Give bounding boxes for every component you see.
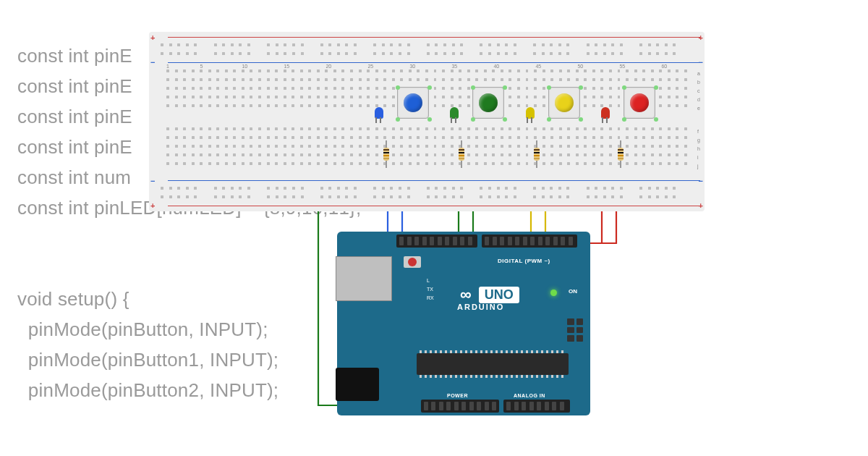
barrel-jack bbox=[336, 368, 379, 401]
resistor bbox=[618, 140, 624, 168]
breadboard-lower-field bbox=[166, 127, 687, 171]
arduino-logo: ∞ UNO bbox=[460, 285, 519, 304]
usb-port bbox=[336, 256, 392, 301]
power-on-led bbox=[550, 290, 557, 296]
digital-header-right bbox=[482, 235, 577, 248]
blue-led bbox=[375, 107, 383, 119]
breadboard: + − + − − + − + 151015202530354045505560… bbox=[149, 32, 705, 211]
green-led bbox=[450, 107, 459, 119]
red-led bbox=[601, 107, 610, 119]
power-header bbox=[421, 400, 499, 413]
yellow-led bbox=[526, 107, 535, 119]
yellow-button[interactable] bbox=[548, 87, 580, 119]
digital-section-label: DIGITAL (PWM ~) bbox=[498, 258, 550, 264]
digital-header-left bbox=[396, 235, 477, 248]
power-section-label: POWER bbox=[447, 393, 468, 398]
green-button[interactable] bbox=[472, 87, 504, 119]
analog-section-label: ANALOG IN bbox=[514, 393, 545, 398]
red-button[interactable] bbox=[624, 87, 655, 119]
breadboard-power-rail-top: + − + − bbox=[161, 39, 693, 61]
arduino-uno-board: AREF GND 13 12 ~11 ~10 ~9 8 7 ~6 ~5 4 ~3… bbox=[337, 232, 590, 415]
infinity-icon: ∞ bbox=[460, 285, 472, 304]
model-badge: UNO bbox=[479, 287, 519, 303]
blue-button[interactable] bbox=[397, 87, 429, 119]
resistor bbox=[534, 140, 540, 168]
resistor bbox=[383, 140, 389, 168]
analog-header bbox=[503, 400, 570, 413]
reset-button[interactable] bbox=[404, 256, 421, 268]
power-on-label: ON bbox=[569, 288, 577, 295]
breadboard-power-rail-bottom: − + − + bbox=[161, 182, 693, 204]
resistor bbox=[459, 140, 464, 168]
circuit-canvas: + − + − − + − + 151015202530354045505560… bbox=[0, 0, 868, 456]
tx-rx-labels: L TX RX bbox=[427, 276, 434, 303]
icsp-header bbox=[567, 318, 583, 342]
atmega-chip bbox=[417, 353, 569, 375]
arduino-brand-text: ARDUINO bbox=[457, 303, 504, 311]
